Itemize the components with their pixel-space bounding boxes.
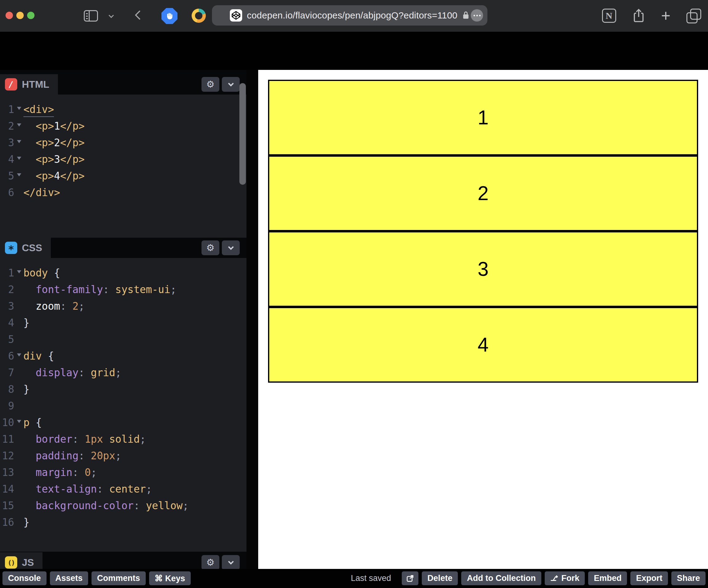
footer-left-buttons: ConsoleAssetsComments⌘ Keys [2, 571, 191, 585]
code-line: 1<div> [0, 101, 246, 118]
code-token: padding [36, 450, 79, 462]
css-code-editor[interactable]: 1body {2 font-family: system-ui;3 zoom: … [0, 258, 246, 552]
html-panel-tab[interactable]: / HTML [0, 74, 58, 94]
html-code-editor[interactable]: 1<div>2 <p>1</p>3 <p>2</p>4 <p>3</p>5 <p… [0, 94, 246, 238]
editor-preview-resizer[interactable] [246, 70, 258, 569]
code-token [23, 367, 36, 379]
code-token: ; [115, 450, 121, 462]
code-token [23, 466, 36, 478]
js-settings-button[interactable]: ⚙ [202, 555, 219, 569]
line-number: 7 [0, 365, 14, 381]
code-token [23, 283, 36, 296]
delete-button[interactable]: Delete [422, 571, 458, 585]
page-settings-button[interactable] [471, 9, 483, 22]
line-number: 5 [0, 168, 14, 184]
code-line: 13 margin: 0; [0, 464, 246, 481]
codepen-window: codepen.io/flaviocopes/pen/abjpogQ?edito… [0, 0, 708, 588]
preview-grid-item: 1 [268, 80, 698, 155]
chevron-down-icon [228, 244, 234, 250]
comments-button[interactable]: Comments [91, 571, 146, 585]
css-panel-tab[interactable]: * CSS [0, 238, 51, 258]
html-settings-button[interactable]: ⚙ [202, 77, 219, 92]
css-settings-button[interactable]: ⚙ [202, 241, 219, 255]
line-number: 1 [0, 265, 14, 281]
preview-grid-item: 4 [268, 307, 698, 383]
button-label: ⌘ Keys [155, 574, 185, 583]
fork-icon [550, 575, 558, 583]
sidebar-chevron-icon[interactable] [109, 13, 114, 18]
code-token: { [54, 267, 60, 279]
save-status: Last saved [351, 574, 391, 583]
notion-extension-icon[interactable]: N [602, 9, 616, 23]
content-blocker-extension-icon[interactable] [161, 8, 177, 24]
button-label: Fork [561, 574, 580, 583]
code-line: 8} [0, 381, 246, 398]
line-number: 3 [0, 298, 14, 315]
browser-extension-ring-icon[interactable] [191, 9, 206, 23]
code-token [48, 267, 54, 279]
code-token [79, 466, 85, 478]
css-collapse-button[interactable] [222, 241, 240, 255]
code-line: 5 <p>4</p> [0, 168, 246, 184]
open-live-view-button[interactable] [402, 571, 418, 585]
window-close-button[interactable] [5, 12, 13, 19]
external-link-icon [406, 575, 414, 583]
code-token [23, 300, 36, 312]
code-token: 1px [85, 433, 103, 445]
gear-icon: ⚙ [206, 558, 215, 567]
line-number: 9 [0, 398, 14, 414]
code-token: body [23, 267, 48, 279]
assets-button[interactable]: Assets [50, 571, 88, 585]
js-collapse-button[interactable] [222, 555, 240, 569]
codepen-favicon [230, 9, 242, 22]
code-token: : [103, 283, 109, 296]
js-icon: () [5, 556, 17, 568]
code-line: 4 <p>3</p> [0, 151, 246, 168]
console-button[interactable]: Console [2, 571, 47, 585]
editor-scrollbar-thumb[interactable] [239, 83, 246, 185]
code-token: </p> [60, 137, 84, 149]
js-panel-label: JS [22, 557, 34, 568]
code-token: : [97, 483, 103, 495]
js-panel-tab[interactable]: () JS [0, 552, 42, 569]
address-bar[interactable]: codepen.io/flaviocopes/pen/abjpogQ?edito… [212, 5, 488, 26]
export-button[interactable]: Export [630, 571, 668, 585]
chevron-down-icon [228, 559, 234, 564]
code-token: : [72, 433, 79, 445]
window-minimize-button[interactable] [16, 12, 24, 19]
html-collapse-button[interactable] [222, 77, 240, 92]
add-to-collection-button[interactable]: Add to Collection [461, 571, 541, 585]
sidebar-toggle-icon[interactable] [84, 10, 98, 22]
code-token [30, 416, 36, 429]
editor-column: / HTML ⚙ 1<div>2 <p>1</p>3 <p>2</p>4 <p>… [0, 70, 246, 569]
button-label: Export [636, 574, 662, 583]
window-zoom-button[interactable] [27, 12, 34, 19]
button-label: Share [677, 574, 700, 583]
line-number: 4 [0, 151, 14, 168]
code-token [23, 500, 36, 512]
app-footer: ConsoleAssetsComments⌘ Keys Last saved D… [0, 569, 708, 588]
code-token: display [36, 367, 79, 379]
line-number: 13 [0, 464, 14, 481]
button-label: Console [8, 574, 41, 583]
line-number: 16 [0, 514, 14, 531]
code-line: 2 <p>1</p> [0, 118, 246, 134]
line-number: 6 [0, 348, 14, 365]
share-button[interactable]: Share [671, 571, 706, 585]
code-token: <p> [36, 170, 54, 182]
keys-button[interactable]: ⌘ Keys [149, 571, 191, 585]
embed-button[interactable]: Embed [588, 571, 627, 585]
code-token: 1 [54, 120, 60, 132]
tab-overview-button[interactable] [686, 9, 701, 23]
fork-button[interactable]: Fork [545, 571, 585, 585]
code-token: { [36, 416, 42, 429]
code-line: 3 zoom: 2; [0, 298, 246, 315]
code-token: 0 [85, 466, 91, 478]
share-icon[interactable] [632, 8, 645, 23]
back-button[interactable] [135, 10, 144, 20]
js-panel-header: () JS ⚙ [0, 552, 246, 569]
code-token [23, 120, 36, 132]
new-tab-button[interactable]: + [661, 9, 671, 23]
code-token: <div> [23, 103, 54, 117]
code-token [23, 450, 36, 462]
